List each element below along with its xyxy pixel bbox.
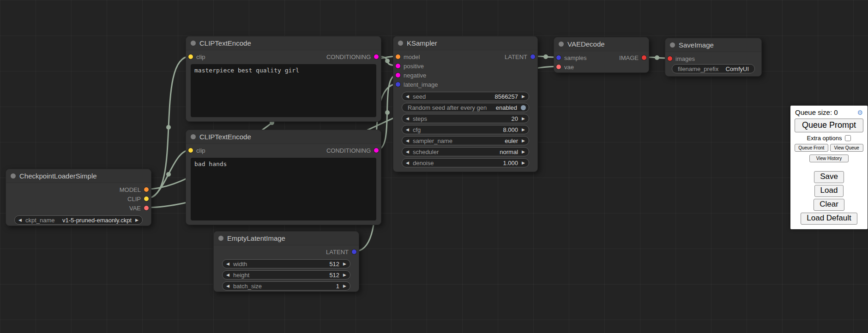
widget-random-seed-toggle[interactable]: Random seed after every gen enabled	[402, 103, 529, 112]
node-title-bar[interactable]: CLIPTextEncode	[186, 130, 381, 144]
load-default-button[interactable]: Load Default	[801, 213, 857, 225]
widget-ckpt-name[interactable]: ◀ ckpt_name v1-5-pruned-emaonly.ckpt ▶	[14, 215, 143, 225]
input-dot-vae[interactable]	[556, 65, 561, 69]
decrement-arrow-icon[interactable]: ◀	[402, 138, 413, 143]
negative-prompt-textarea[interactable]: bad hands	[191, 158, 376, 220]
node-title-bar[interactable]: SaveImage	[665, 38, 761, 52]
node-clip-text-encode-positive[interactable]: CLIPTextEncode clip CONDITIONING masterp…	[186, 36, 381, 122]
input-slot-images[interactable]: images	[665, 54, 761, 63]
positive-prompt-textarea[interactable]: masterpiece best quality girl	[191, 64, 376, 117]
save-button[interactable]: Save	[814, 171, 844, 183]
node-vae-decode[interactable]: VAEDecode samples vae IMAGE	[554, 37, 649, 73]
increment-arrow-icon[interactable]: ▶	[518, 161, 529, 165]
node-title-bar[interactable]: VAEDecode	[554, 37, 649, 51]
decrement-arrow-icon[interactable]: ◀	[402, 94, 413, 99]
decrement-arrow-icon[interactable]: ◀	[402, 116, 413, 121]
input-slot-vae[interactable]: vae	[554, 62, 649, 71]
collapse-dot-icon[interactable]	[398, 41, 403, 46]
increment-arrow-icon[interactable]: ▶	[518, 127, 529, 132]
graph-canvas[interactable]: CheckpointLoaderSimple MODEL CLIP VAE ◀ …	[0, 0, 868, 333]
toggle-on-indicator-dot[interactable]	[521, 105, 526, 110]
output-dot-latent[interactable]	[530, 54, 535, 59]
input-dot-latent-image[interactable]	[396, 82, 400, 87]
node-save-image[interactable]: SaveImage images filename_prefix ComfyUI	[665, 38, 762, 77]
view-queue-button[interactable]: View Queue	[830, 144, 864, 152]
widget-seed[interactable]: ◀ seed 8566257 ▶	[402, 92, 529, 101]
node-title: CLIPTextEncode	[199, 39, 251, 47]
increment-arrow-icon[interactable]: ▶	[339, 284, 350, 288]
input-dot-positive[interactable]	[396, 64, 400, 68]
increment-arrow-icon[interactable]: ▶	[518, 94, 529, 99]
widget-scheduler[interactable]: ◀ scheduler normal ▶	[402, 147, 529, 156]
node-ksampler[interactable]: KSampler model positive negative latent_…	[393, 36, 538, 172]
node-title-bar[interactable]: CLIPTextEncode	[186, 36, 381, 50]
widget-filename-prefix[interactable]: filename_prefix ComfyUI	[672, 64, 755, 73]
increment-arrow-icon[interactable]: ▶	[518, 116, 529, 121]
input-slot-latent-image[interactable]: latent_image	[393, 80, 537, 89]
queue-prompt-button[interactable]: Queue Prompt	[795, 119, 863, 132]
output-slot-image[interactable]: IMAGE	[616, 53, 649, 62]
decrement-arrow-icon[interactable]: ◀	[15, 218, 25, 222]
input-dot-model[interactable]	[396, 54, 400, 59]
settings-gear-icon[interactable]: ⚙	[857, 109, 863, 116]
output-slot-conditioning[interactable]: CONDITIONING	[323, 146, 381, 155]
widget-cfg[interactable]: ◀ cfg 8.000 ▶	[402, 125, 529, 134]
collapse-dot-icon[interactable]	[11, 173, 16, 178]
output-dot-clip[interactable]	[144, 196, 149, 201]
widget-denoise[interactable]: ◀ denoise 1.000 ▶	[402, 158, 529, 167]
output-slot-vae[interactable]: VAE	[126, 203, 151, 213]
collapse-dot-icon[interactable]	[559, 42, 564, 47]
collapse-dot-icon[interactable]	[218, 236, 223, 241]
decrement-arrow-icon[interactable]: ◀	[402, 161, 413, 165]
increment-arrow-icon[interactable]: ▶	[132, 218, 142, 222]
widget-steps[interactable]: ◀ steps 20 ▶	[402, 114, 529, 123]
input-dot-clip[interactable]	[188, 148, 193, 153]
input-slot-negative[interactable]: negative	[393, 71, 537, 80]
node-title-bar[interactable]: KSampler	[393, 36, 537, 50]
decrement-arrow-icon[interactable]: ◀	[223, 273, 233, 277]
increment-arrow-icon[interactable]: ▶	[339, 262, 350, 266]
output-dot-conditioning[interactable]	[374, 148, 379, 153]
decrement-arrow-icon[interactable]: ◀	[402, 127, 413, 132]
widget-height[interactable]: ◀ height 512 ▶	[222, 270, 350, 279]
widget-width[interactable]: ◀ width 512 ▶	[222, 259, 350, 268]
output-slot-model[interactable]: MODEL	[116, 185, 151, 194]
output-slot-latent[interactable]: LATENT	[323, 247, 359, 256]
node-title-bar[interactable]: EmptyLatentImage	[214, 232, 359, 245]
input-dot-images[interactable]	[668, 56, 672, 61]
extra-options-checkbox[interactable]	[845, 135, 851, 141]
increment-arrow-icon[interactable]: ▶	[518, 138, 529, 143]
clear-button[interactable]: Clear	[814, 199, 844, 211]
decrement-arrow-icon[interactable]: ◀	[223, 262, 233, 266]
output-slot-clip[interactable]: CLIP	[124, 194, 151, 203]
increment-arrow-icon[interactable]: ▶	[518, 149, 529, 154]
view-history-button[interactable]: View History	[809, 155, 849, 162]
node-title: CLIPTextEncode	[199, 133, 251, 141]
decrement-arrow-icon[interactable]: ◀	[223, 284, 233, 288]
node-checkpoint-loader-simple[interactable]: CheckpointLoaderSimple MODEL CLIP VAE ◀ …	[6, 169, 151, 226]
widget-value: enabled	[496, 104, 517, 111]
collapse-dot-icon[interactable]	[670, 42, 675, 48]
load-button[interactable]: Load	[814, 185, 844, 197]
node-clip-text-encode-negative[interactable]: CLIPTextEncode clip CONDITIONING bad han…	[186, 130, 381, 225]
widget-batch-size[interactable]: ◀ batch_size 1 ▶	[222, 281, 350, 291]
output-dot-vae[interactable]	[144, 206, 149, 210]
input-dot-samples[interactable]	[556, 55, 561, 60]
widget-sampler-name[interactable]: ◀ sampler_name euler ▶	[402, 136, 529, 145]
queue-front-button[interactable]: Queue Front	[795, 144, 828, 152]
input-dot-negative[interactable]	[396, 73, 400, 77]
decrement-arrow-icon[interactable]: ◀	[402, 149, 413, 154]
output-dot-latent[interactable]	[352, 250, 356, 254]
input-slot-positive[interactable]: positive	[393, 61, 537, 71]
output-slot-conditioning[interactable]: CONDITIONING	[323, 52, 381, 61]
output-slot-latent[interactable]: LATENT	[501, 52, 537, 61]
node-title-bar[interactable]: CheckpointLoaderSimple	[6, 169, 151, 183]
output-dot-conditioning[interactable]	[374, 54, 379, 59]
node-empty-latent-image[interactable]: EmptyLatentImage LATENT ◀ width 512 ▶ ◀ …	[213, 231, 359, 292]
collapse-dot-icon[interactable]	[191, 41, 196, 46]
output-dot-model[interactable]	[144, 187, 149, 192]
output-dot-image[interactable]	[642, 55, 646, 60]
input-dot-clip[interactable]	[188, 54, 193, 59]
collapse-dot-icon[interactable]	[191, 134, 196, 139]
increment-arrow-icon[interactable]: ▶	[339, 273, 350, 277]
